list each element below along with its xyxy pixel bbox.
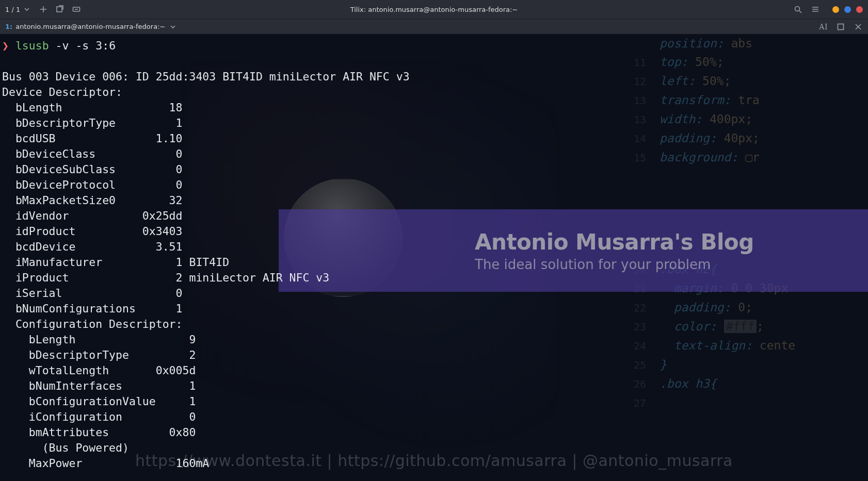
terminal-tab[interactable]: 1: antonio.musarra@antonio-musarra-fedor… xyxy=(3,21,180,32)
svg-rect-3 xyxy=(838,24,844,29)
svg-point-2 xyxy=(795,7,800,11)
pane-maximize-icon[interactable] xyxy=(836,22,845,31)
terminal-output[interactable]: ❯ lsusb -v -s 3:6 Bus 003 Device 006: ID… xyxy=(0,34,868,475)
tab-bar: 1: antonio.musarra@antonio-musarra-fedor… xyxy=(0,19,868,34)
add-terminal-button[interactable] xyxy=(39,5,48,14)
window-controls xyxy=(832,6,863,13)
hamburger-menu-icon[interactable] xyxy=(811,5,820,14)
minimize-button[interactable] xyxy=(832,6,839,13)
pane-close-icon[interactable] xyxy=(854,22,863,31)
terminal-pane[interactable]: position: abs 11top: 50%; 12left: 50%; 1… xyxy=(0,34,868,481)
tab-menu-chevron-icon[interactable] xyxy=(168,22,178,31)
svg-rect-0 xyxy=(57,7,62,12)
titlebar: 1 / 1 Tilix: antonio.musarra@antonio-mus… xyxy=(0,0,868,19)
close-button[interactable] xyxy=(856,6,863,13)
ai-badge[interactable]: AI xyxy=(819,23,828,31)
search-icon[interactable] xyxy=(793,5,802,14)
new-window-button[interactable] xyxy=(55,5,65,14)
tab-index: 1: xyxy=(5,23,12,30)
app-window: 1 / 1 Tilix: antonio.musarra@antonio-mus… xyxy=(0,0,868,481)
chevron-down-icon[interactable] xyxy=(22,5,31,14)
session-counter[interactable]: 1 / 1 xyxy=(5,5,31,14)
tab-label: antonio.musarra@antonio-musarra-fedora:~ xyxy=(15,23,165,30)
session-counter-text: 1 / 1 xyxy=(5,6,20,13)
maximize-button[interactable] xyxy=(844,6,851,13)
sync-input-button[interactable] xyxy=(72,5,81,14)
window-title: Tilix: antonio.musarra@antonio-musarra-f… xyxy=(0,6,868,13)
